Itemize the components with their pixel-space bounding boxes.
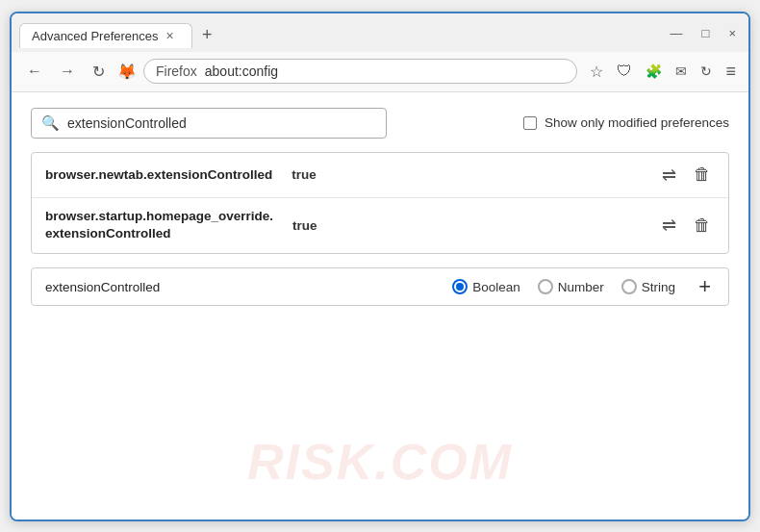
show-modified-label: Show only modified preferences	[545, 115, 729, 130]
forward-button[interactable]: →	[54, 60, 81, 83]
add-pref-button[interactable]: +	[695, 276, 715, 297]
radio-boolean-label: Boolean	[472, 280, 520, 294]
search-row: 🔍 Show only modified preferences	[31, 108, 729, 139]
sync-icon[interactable]: ↻	[697, 61, 715, 82]
pref-name-2-line1: browser.startup.homepage_override.	[45, 208, 273, 226]
type-radio-group: Boolean Number String	[452, 279, 675, 294]
address-bar[interactable]: Firefox about:config	[143, 59, 577, 84]
tab-close-button[interactable]: ×	[166, 29, 174, 42]
radio-boolean-circle[interactable]	[452, 279, 468, 294]
show-modified-checkbox[interactable]	[523, 116, 537, 130]
refresh-button[interactable]: ↻	[87, 60, 111, 84]
watermark: RISK.COM	[247, 433, 513, 491]
bookmark-icon[interactable]: ☆	[587, 60, 606, 84]
delete-button-1[interactable]: 🗑	[690, 163, 715, 187]
add-pref-row: extensionControlled Boolean Number Strin…	[31, 267, 729, 306]
firefox-icon: 🦊	[116, 61, 138, 82]
pref-name-2-line2: extensionControlled	[45, 225, 273, 243]
radio-number-label: Number	[558, 280, 604, 294]
row-1-actions: ⇌ 🗑	[658, 163, 715, 188]
shield-icon[interactable]: 🛡	[614, 60, 635, 83]
title-bar: Advanced Preferences × + — □ ×	[12, 13, 748, 52]
account-icon[interactable]: ✉	[672, 61, 690, 82]
radio-string-circle[interactable]	[621, 279, 637, 294]
search-input[interactable]	[67, 115, 376, 131]
table-row: browser.startup.homepage_override. exten…	[32, 198, 728, 254]
toggle-button-1[interactable]: ⇌	[658, 163, 680, 188]
search-box: 🔍	[31, 108, 387, 139]
radio-string-label: String	[642, 280, 675, 294]
window-close-button[interactable]: ×	[723, 24, 741, 42]
pref-name-2: browser.startup.homepage_override. exten…	[45, 208, 273, 244]
radio-number[interactable]: Number	[538, 279, 604, 294]
window-controls: — □ ×	[666, 24, 741, 46]
navbar: ← → ↻ 🦊 Firefox about:config ☆ 🛡 🧩 ✉ ↻ ≡	[12, 52, 748, 92]
results-table: browser.newtab.extensionControlled true …	[31, 152, 729, 255]
content-area: RISK.COM 🔍 Show only modified preference…	[12, 92, 748, 519]
delete-button-2[interactable]: 🗑	[690, 214, 715, 238]
back-button[interactable]: ←	[21, 60, 48, 83]
pref-name-1: browser.newtab.extensionControlled	[45, 167, 272, 182]
nav-icons: ☆ 🛡 🧩 ✉ ↻ ≡	[587, 59, 739, 85]
show-modified-row[interactable]: Show only modified preferences	[523, 115, 729, 130]
new-pref-name: extensionControlled	[45, 280, 160, 294]
tab-title: Advanced Preferences	[32, 29, 159, 43]
row-2-actions: ⇌ 🗑	[658, 213, 715, 238]
new-tab-button[interactable]: +	[196, 23, 218, 47]
active-tab[interactable]: Advanced Preferences ×	[19, 23, 192, 48]
pref-value-2: true	[292, 218, 317, 233]
radio-string[interactable]: String	[621, 279, 675, 294]
extensions-icon[interactable]: 🧩	[643, 61, 665, 82]
radio-number-circle[interactable]	[538, 279, 553, 294]
radio-boolean[interactable]: Boolean	[452, 279, 520, 294]
toggle-button-2[interactable]: ⇌	[658, 213, 680, 238]
address-text: about:config	[205, 63, 278, 79]
pref-value-1: true	[291, 167, 317, 182]
table-row: browser.newtab.extensionControlled true …	[32, 153, 728, 198]
menu-icon[interactable]: ≡	[722, 59, 739, 85]
browser-window: Advanced Preferences × + — □ × ← → ↻ 🦊 F…	[10, 12, 750, 521]
search-icon: 🔍	[41, 114, 60, 132]
minimize-button[interactable]: —	[666, 24, 688, 42]
browser-label: Firefox	[156, 63, 197, 79]
maximize-button[interactable]: □	[697, 24, 715, 42]
